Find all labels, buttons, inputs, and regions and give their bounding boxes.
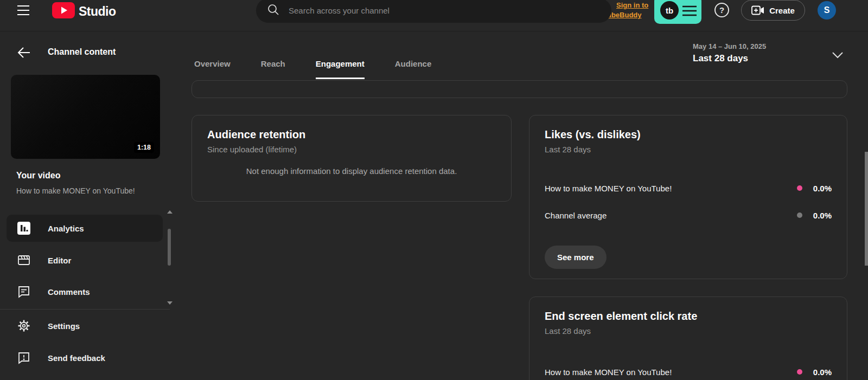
stat-row-video: How to make MONEY on YouTube! 0.0% xyxy=(545,181,832,196)
create-button[interactable]: Create xyxy=(741,0,805,21)
sidebar-divider xyxy=(0,309,170,310)
sidebar-item-label: Send feedback xyxy=(48,353,105,363)
stat-label: Channel average xyxy=(545,211,607,220)
see-more-button[interactable]: See more xyxy=(545,246,607,269)
sidebar-scroll-up-icon[interactable] xyxy=(167,210,173,214)
sidebar-item-comments[interactable]: Comments xyxy=(7,278,163,305)
youtube-logo-icon xyxy=(52,2,75,21)
back-arrow-icon[interactable] xyxy=(17,47,30,60)
scrolled-card-bottom-sliver xyxy=(192,80,847,98)
video-duration-badge: 1:18 xyxy=(134,142,154,153)
stat-value: 0.0% xyxy=(811,368,832,377)
card-title: End screen element click rate xyxy=(545,310,847,323)
sidebar-item-label: Comments xyxy=(48,287,90,297)
tab-overview[interactable]: Overview xyxy=(194,48,231,79)
card-subtitle: Last 28 days xyxy=(545,145,847,154)
tab-audience[interactable]: Audience xyxy=(395,48,432,79)
sidebar-item-label: Settings xyxy=(48,321,80,331)
sidebar-scrollbar-thumb[interactable] xyxy=(168,229,171,266)
stat-label: How to make MONEY on YouTube! xyxy=(545,368,672,377)
sidebar-item-send-feedback[interactable]: Send feedback xyxy=(7,344,163,371)
sidebar-item-label: Analytics xyxy=(48,224,84,233)
create-button-label: Create xyxy=(769,6,795,15)
chevron-down-icon[interactable] xyxy=(832,51,844,61)
tab-engagement[interactable]: Engagement xyxy=(316,48,365,79)
sidebar-item-analytics[interactable]: Analytics xyxy=(7,215,163,242)
empty-state-message: Not enough information to display audien… xyxy=(192,166,511,176)
tubebuddy-toolbar-button[interactable]: tb xyxy=(654,0,701,24)
card-title: Likes (vs. dislikes) xyxy=(545,128,847,141)
card-subtitle: Since uploaded (lifetime) xyxy=(207,145,511,154)
sidebar-item-label: Editor xyxy=(48,256,71,265)
youtube-studio-logo[interactable]: Studio xyxy=(52,2,116,21)
youtube-studio-app: Studio ▵ Sign in to TubeBuddy tb ? Creat… xyxy=(0,0,868,380)
your-video-label: Your video xyxy=(16,171,61,181)
tab-reach[interactable]: Reach xyxy=(261,48,285,79)
account-avatar[interactable]: S xyxy=(818,1,836,20)
card-subtitle: Last 28 days xyxy=(545,326,847,336)
help-icon[interactable]: ? xyxy=(714,3,729,17)
video-title: How to make MONEY on YouTube! xyxy=(16,186,135,195)
tubebuddy-signin-line1[interactable]: Sign in to xyxy=(616,1,648,10)
legend-dot-channel-average xyxy=(797,212,802,218)
end-screen-click-rate-card: End screen element click rate Last 28 da… xyxy=(529,297,847,380)
analytics-icon xyxy=(17,222,30,235)
likes-vs-dislikes-card: Likes (vs. dislikes) Last 28 days How to… xyxy=(529,115,847,279)
tubebuddy-logo-icon: tb xyxy=(660,1,679,20)
hamburger-menu-icon[interactable] xyxy=(16,3,30,18)
stat-row-channel-average: Channel average 0.0% xyxy=(545,208,832,223)
stat-label: How to make MONEY on YouTube! xyxy=(545,184,672,193)
gear-icon xyxy=(17,319,30,332)
sidebar-item-settings[interactable]: Settings xyxy=(7,312,163,339)
studio-wordmark: Studio xyxy=(79,4,116,19)
analytics-tabs: Overview Reach Engagement Audience xyxy=(194,48,431,79)
sidebar-scroll-down-icon[interactable] xyxy=(167,301,173,305)
search-input[interactable] xyxy=(289,6,582,15)
date-range-text: May 14 – Jun 10, 2025 xyxy=(693,42,766,50)
comments-icon xyxy=(17,285,30,298)
search-icon xyxy=(267,4,279,17)
stat-value: 0.0% xyxy=(811,211,832,220)
top-bar: Studio ▵ Sign in to TubeBuddy tb ? Creat… xyxy=(0,0,868,31)
legend-dot-video xyxy=(797,369,802,375)
video-thumbnail[interactable]: 1:18 xyxy=(11,75,160,159)
sidebar-item-editor[interactable]: Editor xyxy=(7,247,163,274)
main-scrollbar-thumb[interactable] xyxy=(865,152,868,266)
date-range-selector[interactable]: May 14 – Jun 10, 2025 Last 28 days xyxy=(693,42,766,64)
page-title: Channel content xyxy=(48,47,116,57)
stat-row-video: How to make MONEY on YouTube! 0.0% xyxy=(545,364,832,379)
date-range-label: Last 28 days xyxy=(693,53,766,64)
card-title: Audience retention xyxy=(207,128,511,141)
stat-value: 0.0% xyxy=(811,184,832,193)
channel-search-bar[interactable] xyxy=(256,0,611,23)
legend-dot-video xyxy=(797,185,802,191)
tubebuddy-menu-icon xyxy=(682,5,697,19)
feedback-icon xyxy=(17,351,30,364)
audience-retention-card: Audience retention Since uploaded (lifet… xyxy=(192,115,512,202)
editor-icon xyxy=(17,254,30,267)
create-video-icon xyxy=(751,5,764,15)
